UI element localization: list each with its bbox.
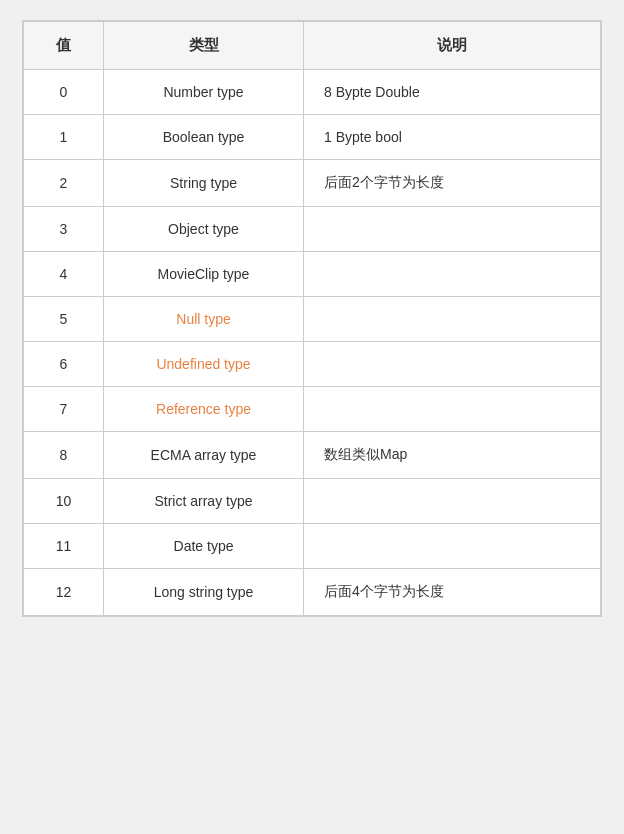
cell-value: 2 <box>24 160 104 207</box>
cell-type: Boolean type <box>104 115 304 160</box>
data-table: 值 类型 说明 0Number type8 Bypte Double1Boole… <box>23 21 601 616</box>
table-row: 8ECMA array type数组类似Map <box>24 432 601 479</box>
table-row: 5Null type <box>24 297 601 342</box>
cell-desc: 数组类似Map <box>304 432 601 479</box>
header-value: 值 <box>24 22 104 70</box>
cell-type: Long string type <box>104 569 304 616</box>
cell-type: Undefined type <box>104 342 304 387</box>
table-row: 6Undefined type <box>24 342 601 387</box>
cell-desc: 后面2个字节为长度 <box>304 160 601 207</box>
cell-type: Null type <box>104 297 304 342</box>
table-row: 2String type后面2个字节为长度 <box>24 160 601 207</box>
cell-desc <box>304 342 601 387</box>
table-row: 3Object type <box>24 207 601 252</box>
cell-value: 4 <box>24 252 104 297</box>
header-desc: 说明 <box>304 22 601 70</box>
table-header-row: 值 类型 说明 <box>24 22 601 70</box>
header-type: 类型 <box>104 22 304 70</box>
main-table-container: 值 类型 说明 0Number type8 Bypte Double1Boole… <box>22 20 602 617</box>
cell-value: 11 <box>24 524 104 569</box>
cell-type: MovieClip type <box>104 252 304 297</box>
cell-desc <box>304 207 601 252</box>
cell-type: Strict array type <box>104 479 304 524</box>
cell-desc: 8 Bypte Double <box>304 70 601 115</box>
cell-desc: 后面4个字节为长度 <box>304 569 601 616</box>
cell-type: Reference type <box>104 387 304 432</box>
cell-value: 7 <box>24 387 104 432</box>
cell-type: Number type <box>104 70 304 115</box>
cell-type: String type <box>104 160 304 207</box>
cell-desc <box>304 479 601 524</box>
table-row: 10Strict array type <box>24 479 601 524</box>
cell-value: 10 <box>24 479 104 524</box>
cell-value: 0 <box>24 70 104 115</box>
table-row: 4MovieClip type <box>24 252 601 297</box>
cell-value: 3 <box>24 207 104 252</box>
cell-type: Object type <box>104 207 304 252</box>
cell-type: ECMA array type <box>104 432 304 479</box>
table-row: 12Long string type后面4个字节为长度 <box>24 569 601 616</box>
cell-desc <box>304 297 601 342</box>
cell-value: 1 <box>24 115 104 160</box>
cell-desc <box>304 252 601 297</box>
cell-value: 12 <box>24 569 104 616</box>
table-row: 7Reference type <box>24 387 601 432</box>
cell-type: Date type <box>104 524 304 569</box>
table-row: 1Boolean type1 Bypte bool <box>24 115 601 160</box>
cell-value: 8 <box>24 432 104 479</box>
cell-desc <box>304 387 601 432</box>
cell-value: 5 <box>24 297 104 342</box>
cell-value: 6 <box>24 342 104 387</box>
cell-desc: 1 Bypte bool <box>304 115 601 160</box>
cell-desc <box>304 524 601 569</box>
table-row: 0Number type8 Bypte Double <box>24 70 601 115</box>
table-row: 11Date type <box>24 524 601 569</box>
